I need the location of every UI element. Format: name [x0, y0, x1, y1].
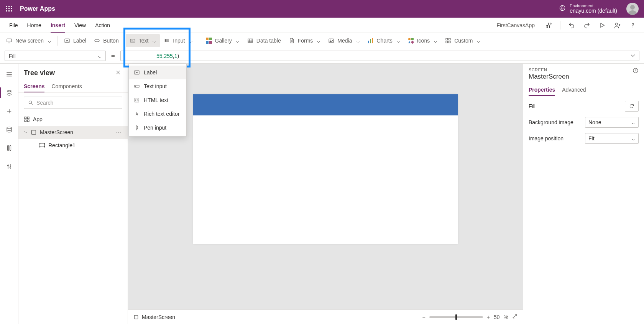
props-tab-properties[interactable]: Properties	[529, 84, 555, 96]
rail-advanced-icon[interactable]	[2, 159, 17, 174]
svg-rect-51	[32, 130, 36, 135]
insert-custom-label: Custom	[454, 38, 473, 44]
undo-icon[interactable]	[565, 19, 578, 32]
insert-charts-button[interactable]: Charts	[364, 34, 404, 47]
insert-input-label: Input	[173, 38, 185, 44]
chevron-down-icon	[434, 39, 437, 43]
environment-icon	[559, 5, 566, 13]
canvas-screen[interactable]	[193, 94, 458, 244]
prop-pos-label: Image position	[529, 135, 564, 141]
property-selector[interactable]: Fill	[5, 51, 106, 61]
svg-rect-8	[11, 10, 12, 12]
insert-gallery-label: Gallery	[215, 38, 232, 44]
insert-text-button[interactable]: Text	[126, 34, 160, 47]
app-launcher-icon[interactable]	[3, 3, 15, 15]
tree-search-input[interactable]: Search	[24, 97, 122, 109]
tree-item-rectangle[interactable]: Rectangle1	[18, 139, 128, 152]
canvas-viewport[interactable]	[128, 64, 523, 309]
svg-point-59	[635, 72, 636, 72]
menu-view[interactable]: View	[70, 18, 90, 33]
redo-icon[interactable]	[580, 19, 593, 32]
insert-label-button[interactable]: Label	[60, 34, 90, 47]
close-icon[interactable]	[114, 68, 122, 78]
zoom-in-icon[interactable]: +	[487, 314, 490, 320]
chevron-down-icon	[236, 39, 240, 43]
menu-file[interactable]: File	[5, 18, 23, 33]
insert-icons-button[interactable]: Icons	[404, 34, 441, 47]
dd-item-html-text[interactable]: HTML text	[129, 93, 186, 107]
insert-datatable-button[interactable]: Data table	[243, 34, 285, 47]
canvas-rectangle[interactable]	[193, 94, 458, 115]
tree-tab-components[interactable]: Components	[51, 81, 82, 92]
dd-item-text-input[interactable]: Text input	[129, 79, 186, 93]
svg-point-45	[10, 167, 11, 168]
custom-icon	[445, 38, 451, 44]
charts-icon	[368, 38, 374, 44]
new-screen-button[interactable]: New screen	[2, 34, 55, 47]
chevron-down-icon[interactable]	[631, 53, 635, 59]
insert-forms-button[interactable]: Forms	[285, 34, 325, 47]
insert-label-text: Label	[73, 38, 86, 44]
menu-action[interactable]: Action	[90, 18, 115, 33]
prop-bg-select[interactable]: None	[585, 117, 639, 128]
svg-rect-16	[7, 39, 12, 42]
tree-item-app[interactable]: App	[18, 113, 128, 126]
svg-point-11	[547, 26, 548, 28]
insert-forms-label: Forms	[298, 38, 313, 44]
rail-insert-icon[interactable]	[2, 104, 17, 119]
insert-media-button[interactable]: Media	[324, 34, 363, 47]
formula-bar: Fill = RGBA(255, 2 55, 255, 1)	[0, 48, 644, 64]
insert-button-button[interactable]: Button	[90, 34, 122, 47]
label-icon	[64, 38, 70, 44]
dd-item-pen-input[interactable]: Pen input	[129, 121, 186, 135]
play-icon[interactable]	[596, 19, 609, 32]
new-screen-label: New screen	[15, 38, 44, 44]
environment-picker[interactable]: Environment enayu.com (default)	[559, 3, 617, 14]
app-header: Power Apps Environment enayu.com (defaul…	[0, 0, 644, 18]
props-tab-advanced[interactable]: Advanced	[562, 84, 586, 96]
prop-pos-select[interactable]: Fit	[585, 133, 639, 144]
tree-tab-screens[interactable]: Screens	[24, 81, 44, 92]
rail-media-icon[interactable]	[2, 140, 17, 156]
dd-item-label[interactable]: Label	[129, 66, 186, 79]
rail-data-icon[interactable]	[2, 122, 17, 137]
screen-icon	[133, 314, 139, 320]
more-icon[interactable]: ···	[115, 129, 122, 135]
svg-rect-1	[8, 6, 10, 7]
insert-gallery-button[interactable]: Gallery	[202, 34, 243, 47]
insert-input-button[interactable]: Input	[160, 34, 196, 47]
dd-label-text: Label	[144, 69, 157, 76]
svg-point-54	[44, 143, 45, 144]
tree-view-panel: Tree view Screens Components Search App	[18, 64, 128, 324]
insert-custom-button[interactable]: Custom	[441, 34, 484, 47]
label-icon	[134, 69, 140, 76]
app-checker-icon[interactable]	[542, 19, 555, 32]
input-icon	[164, 38, 170, 44]
share-icon[interactable]	[611, 19, 624, 32]
menu-insert[interactable]: Insert	[46, 18, 70, 33]
svg-rect-57	[134, 315, 138, 319]
fit-to-screen-icon[interactable]	[512, 314, 518, 320]
svg-point-15	[632, 26, 633, 27]
svg-rect-27	[248, 39, 253, 42]
chevron-down-icon	[98, 54, 102, 58]
help-icon[interactable]	[632, 67, 639, 75]
gallery-icon	[206, 38, 212, 44]
zoom-out-icon[interactable]: −	[422, 314, 426, 320]
svg-rect-31	[370, 39, 371, 43]
chevron-down-icon	[356, 39, 360, 43]
chevron-down-icon	[631, 120, 635, 124]
rail-treeview-icon[interactable]	[2, 85, 17, 100]
rail-hamburger-icon[interactable]	[2, 67, 17, 82]
menu-home[interactable]: Home	[23, 18, 46, 33]
zoom-value: 50	[494, 314, 500, 320]
svg-rect-36	[411, 40, 414, 43]
dd-item-rich-text[interactable]: Rich text editor	[129, 107, 186, 121]
text-dropdown-menu: Label Text input HTML text Rich text edi…	[129, 64, 187, 137]
prop-fill-swatch[interactable]	[625, 101, 639, 112]
user-avatar[interactable]	[626, 3, 639, 15]
help-icon[interactable]	[626, 19, 639, 32]
tree-item-screen[interactable]: MasterScreen ···	[18, 126, 128, 139]
formula-input[interactable]: RGBA(255, 2 55, 255, 1)	[120, 51, 639, 61]
zoom-slider[interactable]	[429, 316, 483, 318]
